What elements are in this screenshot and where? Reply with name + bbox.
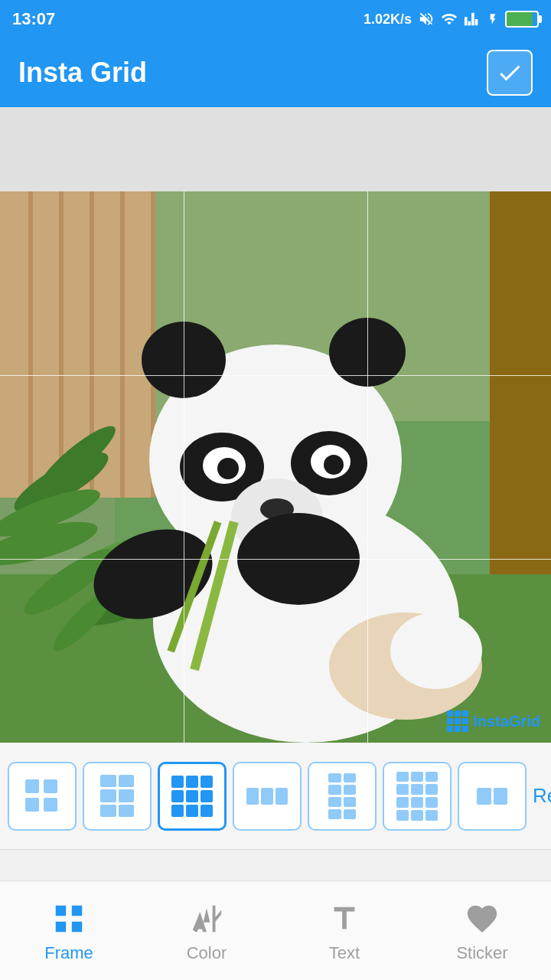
grid-option-1x3[interactable] <box>233 762 302 831</box>
battery-icon <box>505 11 539 28</box>
svg-point-30 <box>217 458 239 479</box>
charging-icon <box>487 11 499 28</box>
header-space <box>0 107 551 191</box>
battery-fill <box>507 12 533 26</box>
frame-icon <box>49 899 89 939</box>
grid-selector: Review <box>0 743 551 850</box>
grid-option-3x3[interactable] <box>158 762 227 831</box>
image-canvas: InstaGrid <box>0 191 551 743</box>
panda-image <box>0 191 551 743</box>
grid-option-2x3[interactable] <box>83 762 152 831</box>
signal-icon <box>464 11 481 28</box>
svg-point-25 <box>329 318 406 387</box>
status-right-icons: 1.02K/s <box>364 11 539 28</box>
grid-selector-wrapper: Review <box>0 743 551 850</box>
watermark-grid-icon <box>447 710 468 732</box>
text-label: Text <box>329 943 360 963</box>
svg-point-35 <box>237 513 360 605</box>
grid-option-2x4[interactable] <box>308 762 377 831</box>
review-button[interactable]: Review <box>533 784 551 808</box>
svg-point-24 <box>142 322 226 398</box>
grid-option-2x2[interactable] <box>8 762 77 831</box>
app-title: Insta Grid <box>18 57 147 89</box>
sticker-icon <box>462 899 502 939</box>
svg-point-37 <box>390 612 482 689</box>
nav-item-sticker[interactable]: Sticker <box>421 899 543 963</box>
watermark-text: InstaGrid <box>473 713 540 730</box>
nav-item-frame[interactable]: Frame <box>8 899 130 963</box>
nav-item-text[interactable]: Text <box>283 899 406 963</box>
app-bar: Insta Grid <box>0 38 551 107</box>
bottom-nav: Frame Color Text Sticker <box>0 880 551 980</box>
color-label: Color <box>187 943 227 963</box>
color-icon <box>187 899 227 939</box>
nav-item-color[interactable]: Color <box>145 899 268 963</box>
checkmark-icon <box>496 59 523 87</box>
mute-icon <box>418 11 435 28</box>
watermark: InstaGrid <box>447 710 540 732</box>
sticker-label: Sticker <box>456 943 507 963</box>
grid-option-3x4[interactable] <box>383 762 452 831</box>
status-bar: 13:07 1.02K/s <box>0 0 551 38</box>
text-icon <box>324 899 364 939</box>
network-speed: 1.02K/s <box>364 11 412 28</box>
wifi-icon <box>441 11 458 28</box>
status-time: 13:07 <box>12 9 55 29</box>
frame-label: Frame <box>44 943 93 963</box>
grid-option-1x2[interactable] <box>458 762 527 831</box>
done-button[interactable] <box>487 50 533 96</box>
svg-point-31 <box>324 455 344 475</box>
